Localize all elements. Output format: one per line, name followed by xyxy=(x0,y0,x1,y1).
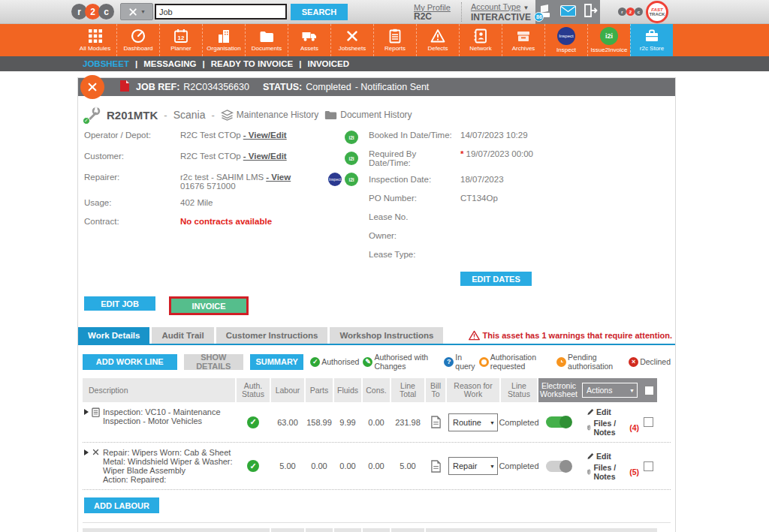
vehicle-check-icon: ✓ xyxy=(83,117,90,125)
files-notes-link[interactable]: Files / Notes(4) xyxy=(587,419,639,437)
detail-tabs: Work Details Audit Trail Customer Instru… xyxy=(78,327,675,345)
no-contracts-warning: No contracts available xyxy=(180,217,272,226)
nav-item-archives[interactable]: Archives xyxy=(502,24,544,56)
grid-icon xyxy=(88,29,103,44)
vehicle-row: ✓ R201MTK - Scania - Maintenance History… xyxy=(78,96,675,129)
bill-to-icon[interactable] xyxy=(430,460,442,473)
chevron-down-icon: ▼ xyxy=(140,9,146,14)
files-notes-link[interactable]: Files / Notes(5) xyxy=(587,463,639,481)
clock-icon xyxy=(556,357,566,367)
my-profile-link[interactable]: My Profile xyxy=(414,3,451,12)
nav-item-reports[interactable]: Reports xyxy=(373,24,416,56)
nav-item-network[interactable]: Network xyxy=(459,24,502,56)
legend-pending-authorisation: Pending authorisation xyxy=(556,353,625,371)
nav-item-jobsheets[interactable]: Jobsheets xyxy=(330,24,373,56)
folder-icon xyxy=(324,110,337,120)
nav-item-dashboard[interactable]: Dashboard xyxy=(116,24,159,56)
search-input[interactable] xyxy=(155,4,287,20)
nav-item-defects[interactable]: Defects xyxy=(416,24,459,56)
mail-icon[interactable] xyxy=(560,5,576,19)
ring-icon xyxy=(479,357,489,367)
files-count: (4) xyxy=(629,423,639,432)
logout-icon[interactable] xyxy=(583,3,598,20)
reason-for-work-select[interactable]: Routine xyxy=(448,413,498,431)
pdf-icon[interactable] xyxy=(120,80,129,94)
job-status-label: STATUS: xyxy=(263,82,302,92)
nav-item-inspect[interactable]: Inspect Inspect xyxy=(544,24,587,56)
r2c-logo: r 2 c xyxy=(74,4,114,20)
view-edit-link[interactable]: - View/Edit xyxy=(243,152,287,161)
tab-audit-trail[interactable]: Audit Trail xyxy=(152,327,213,344)
subnav-ready-to-invoice[interactable]: READY TO INVOICE xyxy=(211,59,294,68)
i2i-badge-icon: i2i xyxy=(600,27,618,45)
worklines-header: Description Auth. Status Labour Parts Fl… xyxy=(83,378,671,402)
tab-customer-instructions[interactable]: Customer Instructions xyxy=(216,327,328,344)
search-category-dropdown[interactable]: ▼ xyxy=(120,3,153,20)
electronic-worksheet-toggle[interactable] xyxy=(546,416,571,428)
col-fluids: Fluids xyxy=(334,378,363,402)
main-navigation: All Modules Dashboard 12 Planner Organis… xyxy=(0,24,769,56)
edit-link[interactable]: Edit xyxy=(587,407,611,416)
summary-button[interactable]: SUMMARY xyxy=(250,354,303,370)
electronic-worksheet-toggle[interactable] xyxy=(546,461,571,472)
tab-workshop-instructions[interactable]: Workshop Instructions xyxy=(330,327,443,344)
edit-dates-button[interactable]: EDIT DATES xyxy=(460,272,532,286)
top-bar: r 2 c ▼ SEARCH My Profile R2C Account Ty… xyxy=(0,0,769,24)
files-count: (5) xyxy=(629,467,639,476)
line-total-value: 231.98 xyxy=(391,407,426,437)
subnav-invoiced[interactable]: INVOICED xyxy=(307,59,349,68)
chevron-down-icon: ▼ xyxy=(523,5,529,11)
view-link[interactable]: - View xyxy=(266,173,291,182)
nav-item-organisation[interactable]: Organisation xyxy=(202,24,245,56)
nav-item-r2c-store[interactable]: r2c Store xyxy=(630,24,673,56)
subnav-jobsheet[interactable]: JOBSHEET xyxy=(83,59,129,68)
messages-icon[interactable]: 86 xyxy=(537,4,553,20)
document-history-link[interactable]: Document History xyxy=(324,110,412,120)
nav-item-documents[interactable]: Documents xyxy=(245,24,288,56)
add-labour-button[interactable]: ADD LABOUR xyxy=(84,497,159,513)
nav-item-assets[interactable]: Assets xyxy=(288,24,330,56)
col-line-total: Line Total xyxy=(391,378,426,402)
edit-job-button[interactable]: EDIT JOB xyxy=(84,296,155,311)
nav-item-all-modules[interactable]: All Modules xyxy=(74,24,116,56)
col-labour: Labour xyxy=(271,378,306,402)
workline-checkbox[interactable] xyxy=(644,417,653,427)
view-edit-link[interactable]: - View/Edit xyxy=(243,131,287,140)
work-toolbar: ADD WORK LINE SHOW DETAILS SUMMARY ✓Auth… xyxy=(83,353,671,371)
nav-item-issue2invoice[interactable]: i2i Issue2Invoice xyxy=(587,24,630,56)
warning-triangle-icon xyxy=(469,330,480,341)
show-details-button[interactable]: SHOW DETAILS xyxy=(184,354,244,370)
pencil-icon xyxy=(587,452,594,460)
totals-cons: 0.00 xyxy=(363,528,391,532)
job-type-icon xyxy=(80,75,104,99)
workline-checkbox[interactable] xyxy=(644,461,653,471)
expand-arrow-icon[interactable] xyxy=(84,449,89,455)
i2i-badge-icon: i2i xyxy=(345,173,358,186)
expand-arrow-icon[interactable] xyxy=(84,409,89,415)
logo-circle-c: c xyxy=(98,4,114,20)
actions-dropdown[interactable]: Actions xyxy=(582,383,638,398)
col-parts: Parts xyxy=(306,378,334,402)
col-reason-for-work: Reason for Work xyxy=(447,378,501,402)
field-booked-in: Booked In Date/Time: 14/07/2023 10:29 xyxy=(369,131,669,142)
account-type-link[interactable]: Account Type ▼ xyxy=(471,2,531,13)
topbar-icon-tray: 86 xyxy=(535,0,600,24)
tab-work-details[interactable]: Work Details xyxy=(78,327,149,344)
search-button[interactable]: SEARCH xyxy=(291,4,348,20)
account-type-value: INTERACTIVE xyxy=(471,13,531,22)
select-all-checkbox[interactable] xyxy=(644,386,654,395)
field-po-number: PO Number: CT134Op xyxy=(369,194,669,205)
archive-icon xyxy=(516,29,531,44)
maintenance-history-link[interactable]: Maintenance History xyxy=(221,110,318,121)
nav-item-planner[interactable]: 12 Planner xyxy=(159,24,202,56)
svg-text:12: 12 xyxy=(178,35,185,41)
edit-link[interactable]: Edit xyxy=(587,452,611,461)
add-work-line-button[interactable]: ADD WORK LINE xyxy=(83,354,177,370)
bill-to-icon[interactable] xyxy=(430,416,442,428)
subnav-messaging[interactable]: MESSAGING xyxy=(143,59,196,68)
vehicle-registration[interactable]: R201MTK xyxy=(107,109,158,122)
reason-for-work-select[interactable]: Repair xyxy=(448,457,498,475)
invoice-button[interactable]: INVOICE xyxy=(169,296,249,315)
col-auth-status: Auth. Status xyxy=(237,378,271,402)
labour-value: 5.00 xyxy=(271,448,306,484)
